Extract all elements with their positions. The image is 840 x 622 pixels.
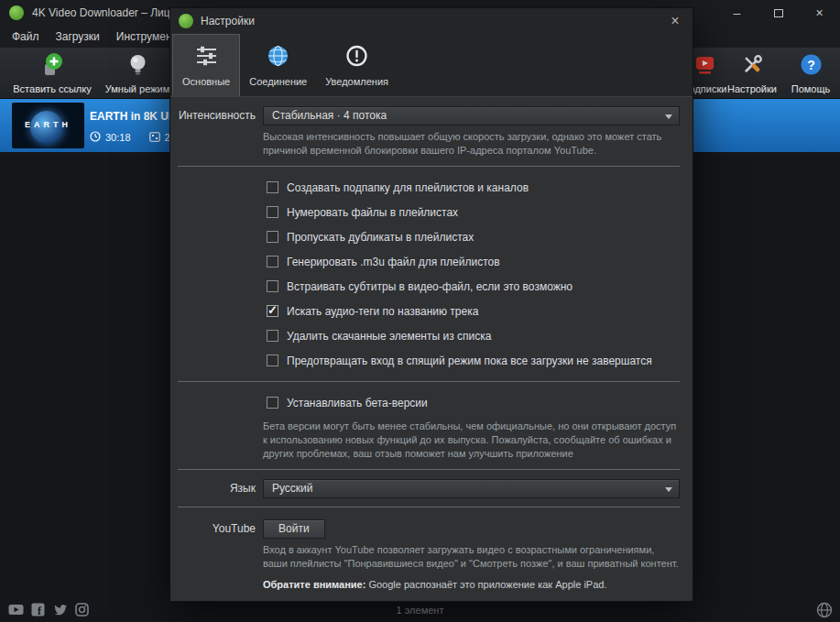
beta-help: Бета версии могут быть менее стабильны, … (263, 420, 680, 461)
tools-icon (740, 52, 765, 81)
checkbox[interactable] (267, 206, 278, 218)
youtube-note: Обратите внимание: Google распознаёт это… (263, 578, 680, 592)
tab-notifications[interactable]: Уведомления (316, 34, 398, 96)
youtube-label: YouTube (178, 522, 256, 535)
menu-downloads[interactable]: Загрузки (48, 27, 108, 46)
close-button[interactable]: × (799, 0, 840, 26)
subscriptions-icon (693, 52, 717, 81)
checkbox[interactable] (267, 330, 278, 342)
intensity-help: Высокая интенсивность повышает общую ско… (263, 130, 680, 158)
checkbox-label: Удалить скачанные элементы из списка (287, 330, 491, 343)
app-icon (9, 5, 24, 20)
app-window: 4K Video Downloader – Лице – × Файл Загр… (0, 0, 840, 622)
tab-notifications-label: Уведомления (325, 76, 388, 87)
video-duration: 30:18 (105, 132, 131, 143)
language-row: Язык Русский (178, 478, 680, 498)
settings-dialog: Настройки × Основные Соединение Уведо (169, 7, 693, 602)
window-title: 4K Video Downloader – Лице (32, 6, 176, 19)
tab-connection-label: Соединение (249, 76, 307, 87)
checkbox-row-generate-m3u[interactable]: Генерировать .m3u файл для плейлистов (267, 249, 680, 274)
checkbox-row-create-subfolder[interactable]: Создавать подпапку для плейлистов и кана… (267, 175, 680, 200)
checkbox-label: Генерировать .m3u файл для плейлистов (287, 256, 500, 268)
items-count: 1 элемент (0, 605, 840, 616)
checkbox-row-search-audio-tags[interactable]: Искать аудио-теги по названию трека (267, 299, 680, 323)
checkbox[interactable] (267, 397, 278, 409)
smart-mode-label: Умный режим (105, 83, 169, 94)
language-value: Русский (272, 482, 313, 495)
video-thumbnail: EARTH (12, 103, 84, 148)
tab-general-label: Основные (182, 76, 230, 87)
minimize-button[interactable]: – (716, 0, 758, 26)
maximize-icon (774, 9, 783, 17)
checkbox[interactable] (267, 305, 278, 317)
checkbox-label: Предотвращать вход в спящий режим пока в… (287, 355, 652, 367)
smart-mode-button[interactable]: Умный режим (101, 50, 174, 96)
separator (178, 507, 680, 507)
checkbox-row-remove-downloaded[interactable]: Удалить скачанные элементы из списка (267, 323, 680, 348)
sliders-icon (194, 44, 219, 71)
menu-file[interactable]: Файл (4, 27, 48, 46)
globe-icon[interactable] (816, 602, 833, 622)
chevron-down-icon (665, 115, 672, 119)
youtube-note-text: Google распознаёт это приложение как App… (365, 579, 606, 590)
checkbox-row-number-files[interactable]: Нумеровать файлы в плейлистах (267, 200, 680, 224)
checkbox[interactable] (267, 280, 278, 292)
checkbox-row-embed-subtitles[interactable]: Встраивать субтитры в видео-файл, если э… (267, 274, 680, 299)
checkbox-label: Пропускать дубликаты в плейлистах (287, 231, 474, 244)
youtube-note-title: Обратите внимание: (263, 579, 365, 590)
separator (178, 469, 680, 470)
dialog-close-button[interactable]: × (665, 12, 685, 30)
settings-content: Интенсивность Стабильная · 4 потока Высо… (170, 97, 693, 601)
checkbox-label: Встраивать субтитры в видео-файл, если э… (287, 280, 573, 293)
paste-link-label: Вставить ссылку (13, 83, 91, 94)
checkbox-label: Создавать подпапку для плейлистов и кана… (287, 181, 529, 194)
youtube-help: Вход в аккаунт YouTube позволяет загружа… (263, 543, 680, 571)
checkbox-label: Нумеровать файлы в плейлистах (287, 206, 458, 219)
settings-tabs: Основные Соединение Уведомления (170, 34, 693, 97)
checkbox[interactable] (267, 231, 278, 243)
options-list: Создавать подпапку для плейлистов и кана… (267, 175, 680, 373)
dialog-titlebar: Настройки × (170, 8, 693, 34)
beta-section: Устанавливать бета-версии (267, 390, 680, 415)
lightbulb-icon (125, 52, 150, 81)
intensity-value: Стабильная · 4 потока (272, 109, 387, 122)
checkbox[interactable] (267, 181, 278, 193)
checkbox[interactable] (267, 355, 278, 366)
tab-connection[interactable]: Соединение (240, 34, 316, 96)
video-meta: 30:18 2, (90, 131, 173, 144)
paste-link-button[interactable]: Вставить ссылку (7, 50, 97, 96)
checkbox-label: Искать аудио-теги по названию трека (287, 305, 478, 318)
intensity-select[interactable]: Стабильная · 4 потока (263, 106, 680, 125)
clock-icon (90, 131, 101, 144)
language-select[interactable]: Русский (263, 479, 680, 498)
help-label: Помощь (791, 83, 831, 94)
question-icon: ? (799, 52, 824, 81)
checkbox-row-install-beta[interactable]: Устанавливать бета-версии (267, 390, 680, 415)
maximize-button[interactable] (758, 0, 799, 26)
video-title: EARTH in 8K UL (90, 110, 175, 123)
youtube-row: YouTube Войти (178, 518, 680, 539)
filesize-icon (149, 132, 160, 144)
youtube-login-button[interactable]: Войти (263, 519, 325, 539)
exclamation-icon (344, 44, 369, 71)
globe-blue-icon (266, 44, 290, 71)
svg-text:?: ? (807, 58, 815, 72)
chevron-down-icon (665, 487, 672, 492)
app-icon (179, 14, 193, 28)
checkbox-row-skip-duplicates[interactable]: Пропускать дубликаты в плейлистах (267, 224, 680, 249)
intensity-label: Интенсивность (178, 109, 256, 122)
intensity-row: Интенсивность Стабильная · 4 потока (178, 105, 680, 125)
paste-link-icon (40, 52, 65, 81)
dialog-title: Настройки (201, 15, 255, 27)
help-button[interactable]: ? Помощь (786, 50, 835, 96)
checkbox-row-prevent-sleep[interactable]: Предотвращать вход в спящий режим пока в… (267, 348, 680, 373)
checkbox[interactable] (267, 256, 278, 267)
separator (178, 381, 680, 382)
separator (178, 166, 680, 167)
checkbox-label: Устанавливать бета-версии (287, 397, 428, 409)
tab-general[interactable]: Основные (172, 34, 240, 96)
window-controls: – × (716, 0, 840, 26)
statusbar: f 1 элемент (0, 600, 840, 622)
settings-label: Настройки (727, 83, 777, 94)
settings-button[interactable]: Настройки (724, 50, 780, 96)
